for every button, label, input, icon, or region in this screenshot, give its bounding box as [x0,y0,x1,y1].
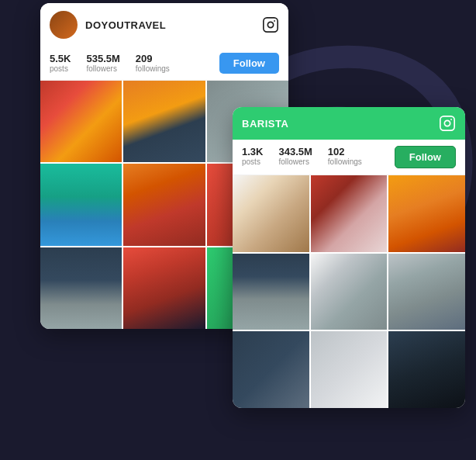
travel-stats-row: 5.5K posts 535.5M followers 209 followin… [40,47,288,81]
travel-photo-5[interactable] [123,164,205,245]
barista-photo-4[interactable] [233,254,309,330]
travel-followings-stat: 209 followings [136,53,170,73]
travel-followers-stat: 535.5M followers [86,53,119,73]
travel-photo-8[interactable] [123,247,205,329]
barista-followers-value: 343.5M [278,146,312,157]
barista-photo-5[interactable] [311,254,388,330]
svg-point-1 [267,22,273,27]
barista-followings-label: followings [328,157,362,166]
barista-follow-button[interactable]: Follow [395,146,456,168]
travel-posts-label: posts [50,64,68,73]
travel-avatar [50,11,78,39]
svg-rect-0 [264,18,278,32]
travel-follow-button[interactable]: Follow [219,53,279,74]
travel-followings-value: 209 [136,53,153,64]
barista-photo-6[interactable] [388,254,465,330]
barista-stats-row: 1.3K posts 343.5M followers 102 followin… [233,140,465,175]
travel-posts-value: 5.5K [50,53,71,64]
card-travel-header: DOYOUTRAVEL [40,3,288,47]
barista-followings-stat: 102 followings [328,146,362,166]
travel-photo-4[interactable] [40,164,122,245]
barista-followers-stat: 343.5M followers [278,146,312,166]
svg-point-4 [444,120,450,126]
barista-instagram-icon[interactable] [439,115,456,132]
barista-photo-8[interactable] [311,331,388,408]
card-barista-header: BARISTA [233,107,465,140]
svg-point-5 [450,119,452,120]
barista-posts-value: 1.3K [242,146,263,157]
barista-photo-2[interactable] [311,175,388,252]
travel-photo-1[interactable] [40,81,122,162]
travel-photo-7[interactable] [40,247,122,329]
cards-container: @ DOYOUTRAVEL 5.5K posts 535.5M follower… [0,0,476,460]
travel-photo-2[interactable] [123,81,205,162]
card-barista: BARISTA 1.3K posts 343.5M followers 102 … [233,107,465,408]
barista-followers-label: followers [278,157,309,166]
travel-posts-stat: 5.5K posts [50,53,71,73]
barista-photo-1[interactable] [233,175,309,252]
barista-photo-3[interactable] [388,175,465,252]
svg-rect-3 [440,116,454,130]
barista-posts-label: posts [242,157,260,166]
travel-followings-label: followings [136,64,170,73]
barista-posts-stat: 1.3K posts [242,146,263,166]
travel-followers-value: 535.5M [86,53,119,64]
svg-point-2 [274,20,275,22]
travel-followers-label: followers [86,64,116,73]
travel-username: DOYOUTRAVEL [85,19,254,31]
barista-username: BARISTA [242,118,431,130]
barista-photo-9[interactable] [388,331,465,408]
barista-photo-7[interactable] [233,331,309,408]
barista-followings-value: 102 [328,146,345,157]
travel-instagram-icon[interactable] [262,16,279,33]
barista-photo-grid [233,175,465,408]
